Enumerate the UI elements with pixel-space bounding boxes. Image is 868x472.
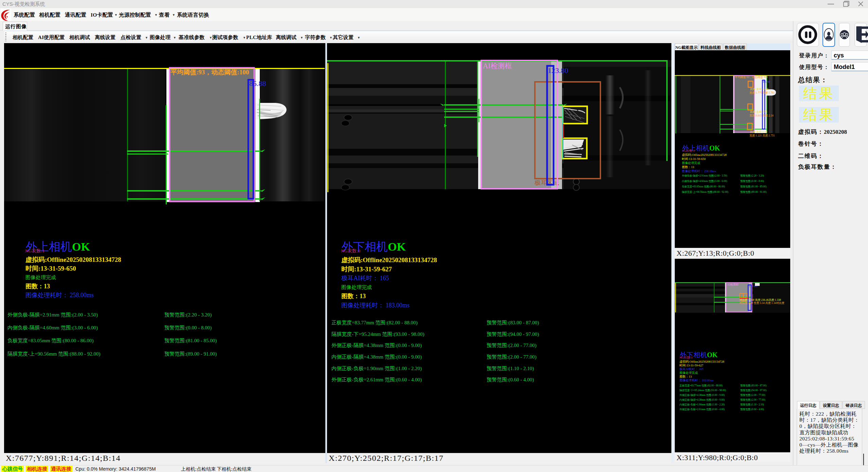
svg-text:外侧正极-隔膜=4.38mm 范围:(0.00 - 9.00: 外侧正极-隔膜=4.38mm 范围:(0.00 - 9.00) (680, 394, 725, 397)
svg-text:图像处理耗时： 183.00ms: 图像处理耗时： 183.00ms (680, 379, 714, 382)
svg-text:图像处理完成: 图像处理完成 (680, 371, 698, 375)
svg-text:隔膜宽度-上=90.56mm 范围:(88.00 - 92.: 隔膜宽度-上=90.56mm 范围:(88.00 - 92.00) (682, 190, 728, 194)
svg-text:预警范围:(2.20 - 3.20): 预警范围:(2.20 - 3.20) (740, 174, 764, 177)
svg-text:预警范围:(2.00 - 77.00): 预警范围:(2.00 - 77.00) (487, 343, 537, 348)
svg-text:比杂 血焊:1.226: 比杂 血焊:1.226 (750, 88, 768, 91)
svg-text:图像处理耗时： 183.00ms: 图像处理耗时： 183.00ms (341, 302, 410, 309)
svg-text:图数：13: 图数：13 (25, 283, 50, 290)
svg-text:极耳AI耗时： 165: 极耳AI耗时： 165 (680, 367, 704, 371)
svg-text:AI检测框: AI检测框 (483, 62, 512, 70)
svg-text:内侧负极-隔膜=4.60mm 范围:(3.00 - 6.00: 内侧负极-隔膜=4.60mm 范围:(3.00 - 6.00) (7, 325, 98, 331)
svg-text:预警范围:(2.00 - 77.00): 预警范围:(2.00 - 77.00) (487, 354, 537, 360)
svg-text:预警范围:(0.60 - 4.00): 预警范围:(0.60 - 4.00) (740, 408, 764, 411)
svg-text:图像处理耗时： 258.00ms: 图像处理耗时： 258.00ms (682, 169, 716, 173)
svg-text:预警范围:(83.00 - 87.00): 预警范围:(83.00 - 87.00) (740, 384, 767, 387)
svg-text:内侧负极-隔膜=4.60mm 范围:(3.00 - 6.00: 内侧负极-隔膜=4.60mm 范围:(3.00 - 6.00) (682, 180, 727, 183)
svg-text:NG次数:0: NG次数:0 (680, 356, 692, 359)
svg-text:预警范围:(2.00 - 77.00): 预警范围:(2.00 - 77.00) (740, 398, 765, 401)
svg-text:平均阈值:93，动态阈值:100: 平均阈值:93，动态阈值:100 (170, 69, 249, 76)
svg-text:正极宽度=83.77mm 范围:(82.00 - 88.00: 正极宽度=83.77mm 范围:(82.00 - 88.00) (680, 384, 723, 387)
svg-text:宽度:1.221 高度:1.751: 宽度:1.221 高度:1.751 (749, 134, 775, 137)
svg-text:时间:13-31-59-650: 时间:13-31-59-650 (682, 157, 706, 161)
svg-text:虚拟码:Offline20250208133134728: 虚拟码:Offline20250208133134728 (25, 256, 121, 263)
svg-text:时间:13-31-59-627: 时间:13-31-59-627 (680, 364, 703, 367)
svg-text:极耳AI耗时： 165: 极耳AI耗时： 165 (341, 275, 389, 282)
svg-text:内侧正极-隔膜=4.38mm 范围:(0.00 - 9.00: 内侧正极-隔膜=4.38mm 范围:(0.00 - 9.00) (331, 354, 422, 360)
svg-text:外侧负极-隔膜=2.91mm 范围:(2.00 - 3.50: 外侧负极-隔膜=2.91mm 范围:(2.00 - 3.50) (682, 174, 727, 177)
svg-text:预警范围:(0.60 - 4.00): 预警范围:(0.60 - 4.00) (487, 377, 534, 383)
svg-text:内侧正极-隔膜=4.38mm 范围:(0.00 - 9.00: 内侧正极-隔膜=4.38mm 范围:(0.00 - 9.00) (680, 398, 725, 401)
svg-text:隔膜宽度-下=95.24mm 范围:(93.00 - 98.: 隔膜宽度-下=95.24mm 范围:(93.00 - 98.00) (680, 389, 726, 392)
svg-text:虚拟码:Offline20250208133134728: 虚拟码:Offline20250208133134728 (341, 256, 437, 264)
svg-text:平均阈值:93，动态阈值:100: 平均阈值:93，动态阈值:100 (735, 76, 767, 79)
svg-text:预警范围:(81.00 - 85.00): 预警范围:(81.00 - 85.00) (740, 185, 767, 188)
svg-text:预警范围:(89.00 - 91.00): 预警范围:(89.00 - 91.00) (740, 190, 767, 194)
svg-text:隔膜宽度-下=95.24mm 范围:(93.00 - 98.: 隔膜宽度-下=95.24mm 范围:(93.00 - 98.00) (331, 331, 424, 337)
svg-text:图像处理完成: 图像处理完成 (682, 161, 700, 165)
svg-text:正极宽度=83.77mm 范围:(82.00 - 88.00: 正极宽度=83.77mm 范围:(82.00 - 88.00) (331, 320, 417, 326)
svg-text:外侧正极-负极=2.61mm 范围:(0.60 - 4.00: 外侧正极-负极=2.61mm 范围:(0.60 - 4.00) (331, 377, 422, 383)
svg-text:预警范围:(1.10 - 2.10): 预警范围:(1.10 - 2.10) (740, 403, 764, 406)
svg-text:对比度:1.338 亮度:236.46高度:1.338: 对比度:1.338 亮度:236.46高度:1.338 (739, 298, 781, 302)
svg-text:虚拟码:Offline20250208133134728: 虚拟码:Offline20250208133134728 (682, 153, 727, 157)
svg-text:预警范围:(83.00 - 87.00): 预警范围:(83.00 - 87.00) (487, 320, 539, 326)
svg-text:负极宽度=83.05mm 范围:(80.00 - 86.00: 负极宽度=83.05mm 范围:(80.00 - 86.00) (7, 338, 93, 344)
svg-text:外侧正极-负极=2.61mm 范围:(0.60 - 4.00: 外侧正极-负极=2.61mm 范围:(0.60 - 4.00) (680, 408, 725, 411)
svg-text:隔膜宽度-上=90.56mm 范围:(88.00 - 92.: 隔膜宽度-上=90.56mm 范围:(88.00 - 92.00) (7, 351, 100, 357)
svg-text:预警范围:(94.00 - 97.00): 预警范围:(94.00 - 97.00) (740, 389, 767, 392)
svg-text:预警范围:(89.00 - 91.00): 预警范围:(89.00 - 91.00) (164, 351, 217, 357)
svg-text:预警范围:(1.10 - 2.10): 预警范围:(1.10 - 2.10) (487, 366, 534, 371)
svg-text:内侧正极-负极=1.90mm 范围:(1.00 - 2.20: 内侧正极-负极=1.90mm 范围:(1.00 - 2.20) (680, 403, 725, 406)
svg-text:AI检测框: AI检测框 (727, 283, 739, 286)
svg-text:对比度:2.38 宽度:3.34 高度:1.34对比度: 对比度:2.38 宽度:3.34 高度:1.34对比度 (739, 302, 784, 305)
svg-text:NG次数:1: NG次数:1 (682, 149, 695, 152)
svg-text:预警范围:(2.20 - 3.20): 预警范围:(2.20 - 3.20) (164, 312, 212, 318)
svg-text:宽度:0.845 高度:2.14: 宽度:0.845 高度:2.14 (749, 114, 773, 117)
svg-text:外侧负极-隔膜=2.91mm 范围:(2.00 - 3.50: 外侧负极-隔膜=2.91mm 范围:(2.00 - 3.50) (7, 312, 98, 318)
svg-text:预警范围:(0.00 - 8.00): 预警范围:(0.00 - 8.00) (164, 325, 212, 331)
svg-text:比杂 血焊:1.99: 比杂 血焊:1.99 (750, 130, 767, 133)
svg-text:预警范围:(0.00 - 8.00): 预警范围:(0.00 - 8.00) (740, 180, 764, 183)
svg-text:图数：13: 图数：13 (680, 375, 692, 378)
svg-text:虚拟码:Offline20250208133134728: 虚拟码:Offline20250208133134728 (680, 360, 724, 363)
svg-text:NG次数:1: NG次数:1 (25, 248, 44, 253)
svg-text:宽度:1.775 高度:1.781: 宽度:1.775 高度:1.781 (749, 91, 775, 94)
svg-text:123.80: 123.80 (548, 66, 568, 75)
svg-text:图像处理完成: 图像处理完成 (341, 285, 372, 290)
svg-text:比杂 血焊:1.52: 比杂 血焊:1.52 (750, 110, 767, 113)
svg-text:85.88: 85.88 (763, 80, 770, 84)
svg-text:时间:13-31-59-627: 时间:13-31-59-627 (341, 266, 392, 273)
svg-text:图像处理耗时： 258.00ms: 图像处理耗时： 258.00ms (25, 292, 94, 298)
svg-text:外侧正极-隔膜=4.38mm 范围:(0.00 - 9.00: 外侧正极-隔膜=4.38mm 范围:(0.00 - 9.00) (331, 343, 422, 348)
svg-text:图像处理完成: 图像处理完成 (25, 275, 56, 280)
svg-text:预警范围:(2.00 - 77.00): 预警范围:(2.00 - 77.00) (740, 394, 765, 397)
svg-text:负极宽度=83.05mm 范围:(80.00 - 86.00: 负极宽度=83.05mm 范围:(80.00 - 86.00) (682, 185, 725, 188)
svg-text:预警范围:(81.00 - 85.00): 预警范围:(81.00 - 85.00) (164, 338, 217, 344)
svg-text:预警范围:(94.00 - 97.00): 预警范围:(94.00 - 97.00) (487, 331, 539, 337)
svg-text:内侧正极-负极=1.90mm 范围:(1.00 - 2.20: 内侧正极-负极=1.90mm 范围:(1.00 - 2.20) (331, 366, 422, 371)
svg-text:NG次数:0: NG次数:0 (341, 248, 360, 253)
svg-text:时间:13-31-59-650: 时间:13-31-59-650 (25, 265, 76, 272)
svg-text:图数：13: 图数：13 (682, 165, 694, 169)
svg-text:图数：13: 图数：13 (341, 293, 366, 299)
svg-text:85.88: 85.88 (249, 79, 266, 88)
